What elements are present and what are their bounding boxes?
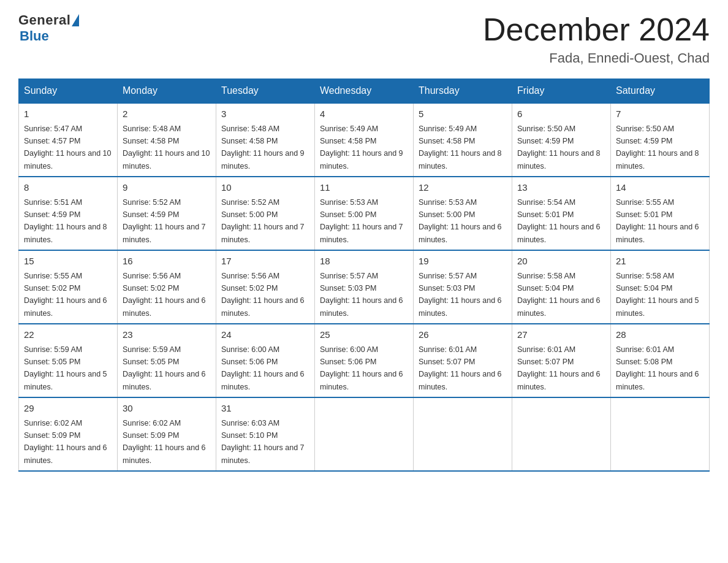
calendar-cell: 1 Sunrise: 5:47 AMSunset: 4:57 PMDayligh… xyxy=(19,103,118,177)
calendar-cell: 7 Sunrise: 5:50 AMSunset: 4:59 PMDayligh… xyxy=(611,103,710,177)
logo-triangle-icon xyxy=(72,14,79,26)
day-info: Sunrise: 5:51 AMSunset: 4:59 PMDaylight:… xyxy=(24,198,107,244)
day-info: Sunrise: 5:58 AMSunset: 5:04 PMDaylight:… xyxy=(517,272,601,318)
calendar-cell: 31 Sunrise: 6:03 AMSunset: 5:10 PMDaylig… xyxy=(216,397,315,471)
calendar-cell: 21 Sunrise: 5:58 AMSunset: 5:04 PMDaylig… xyxy=(611,250,710,324)
calendar-cell: 14 Sunrise: 5:55 AMSunset: 5:01 PMDaylig… xyxy=(611,177,710,250)
day-number: 16 xyxy=(123,255,211,269)
day-number: 4 xyxy=(320,107,408,121)
day-number: 1 xyxy=(24,107,112,121)
calendar-header-row: SundayMondayTuesdayWednesdayThursdayFrid… xyxy=(19,79,710,104)
calendar-cell: 3 Sunrise: 5:48 AMSunset: 4:58 PMDayligh… xyxy=(216,103,315,177)
day-info: Sunrise: 5:53 AMSunset: 5:00 PMDaylight:… xyxy=(320,198,403,244)
day-number: 31 xyxy=(221,402,309,416)
day-info: Sunrise: 6:02 AMSunset: 5:09 PMDaylight:… xyxy=(24,419,107,465)
calendar-cell: 23 Sunrise: 5:59 AMSunset: 5:05 PMDaylig… xyxy=(118,324,216,397)
calendar-cell: 29 Sunrise: 6:02 AMSunset: 5:09 PMDaylig… xyxy=(19,397,118,471)
logo: General Blue xyxy=(18,12,79,44)
day-info: Sunrise: 5:53 AMSunset: 5:00 PMDaylight:… xyxy=(419,198,502,244)
calendar-cell: 15 Sunrise: 5:55 AMSunset: 5:02 PMDaylig… xyxy=(19,250,118,324)
calendar-cell: 28 Sunrise: 6:01 AMSunset: 5:08 PMDaylig… xyxy=(611,324,710,397)
day-info: Sunrise: 5:59 AMSunset: 5:05 PMDaylight:… xyxy=(123,345,206,391)
day-info: Sunrise: 5:49 AMSunset: 4:58 PMDaylight:… xyxy=(419,124,502,170)
calendar-cell: 26 Sunrise: 6:01 AMSunset: 5:07 PMDaylig… xyxy=(414,324,512,397)
calendar-cell: 4 Sunrise: 5:49 AMSunset: 4:58 PMDayligh… xyxy=(315,103,414,177)
day-number: 2 xyxy=(123,107,211,121)
day-info: Sunrise: 6:01 AMSunset: 5:07 PMDaylight:… xyxy=(517,345,601,391)
title-block: December 2024 Fada, Ennedi-Ouest, Chad xyxy=(483,12,710,66)
day-number: 21 xyxy=(616,255,704,269)
col-header-thursday: Thursday xyxy=(414,79,512,104)
day-number: 3 xyxy=(221,107,309,121)
calendar-cell: 6 Sunrise: 5:50 AMSunset: 4:59 PMDayligh… xyxy=(512,103,611,177)
calendar-cell: 22 Sunrise: 5:59 AMSunset: 5:05 PMDaylig… xyxy=(19,324,118,397)
calendar-cell: 16 Sunrise: 5:56 AMSunset: 5:02 PMDaylig… xyxy=(118,250,216,324)
day-number: 11 xyxy=(320,181,408,195)
day-info: Sunrise: 5:54 AMSunset: 5:01 PMDaylight:… xyxy=(517,198,601,244)
week-row-5: 29 Sunrise: 6:02 AMSunset: 5:09 PMDaylig… xyxy=(19,397,710,471)
day-info: Sunrise: 5:55 AMSunset: 5:02 PMDaylight:… xyxy=(24,272,107,318)
day-number: 29 xyxy=(24,402,112,416)
day-number: 15 xyxy=(24,255,112,269)
col-header-friday: Friday xyxy=(512,79,611,104)
calendar-cell: 25 Sunrise: 6:00 AMSunset: 5:06 PMDaylig… xyxy=(315,324,414,397)
day-info: Sunrise: 5:48 AMSunset: 4:58 PMDaylight:… xyxy=(221,124,305,170)
day-number: 22 xyxy=(24,328,112,342)
day-info: Sunrise: 5:55 AMSunset: 5:01 PMDaylight:… xyxy=(616,198,699,244)
day-info: Sunrise: 6:01 AMSunset: 5:07 PMDaylight:… xyxy=(419,345,502,391)
calendar-cell: 17 Sunrise: 5:56 AMSunset: 5:02 PMDaylig… xyxy=(216,250,315,324)
page-header: General Blue December 2024 Fada, Ennedi-… xyxy=(18,12,710,66)
day-info: Sunrise: 5:56 AMSunset: 5:02 PMDaylight:… xyxy=(123,272,206,318)
calendar-cell: 30 Sunrise: 6:02 AMSunset: 5:09 PMDaylig… xyxy=(118,397,216,471)
calendar-cell: 5 Sunrise: 5:49 AMSunset: 4:58 PMDayligh… xyxy=(414,103,512,177)
day-info: Sunrise: 5:57 AMSunset: 5:03 PMDaylight:… xyxy=(419,272,502,318)
day-info: Sunrise: 5:52 AMSunset: 5:00 PMDaylight:… xyxy=(221,198,305,244)
col-header-saturday: Saturday xyxy=(611,79,710,104)
day-info: Sunrise: 5:52 AMSunset: 4:59 PMDaylight:… xyxy=(123,198,206,244)
calendar-cell: 10 Sunrise: 5:52 AMSunset: 5:00 PMDaylig… xyxy=(216,177,315,250)
day-number: 17 xyxy=(221,255,309,269)
calendar-cell: 9 Sunrise: 5:52 AMSunset: 4:59 PMDayligh… xyxy=(118,177,216,250)
col-header-monday: Monday xyxy=(118,79,216,104)
calendar-cell: 20 Sunrise: 5:58 AMSunset: 5:04 PMDaylig… xyxy=(512,250,611,324)
month-title: December 2024 xyxy=(483,12,710,47)
day-number: 13 xyxy=(517,181,605,195)
location-title: Fada, Ennedi-Ouest, Chad xyxy=(483,50,710,66)
calendar-cell xyxy=(414,397,512,471)
day-number: 20 xyxy=(517,255,605,269)
day-number: 19 xyxy=(419,255,507,269)
calendar-cell: 12 Sunrise: 5:53 AMSunset: 5:00 PMDaylig… xyxy=(414,177,512,250)
calendar-cell: 2 Sunrise: 5:48 AMSunset: 4:58 PMDayligh… xyxy=(118,103,216,177)
day-number: 5 xyxy=(419,107,507,121)
day-info: Sunrise: 5:56 AMSunset: 5:02 PMDaylight:… xyxy=(221,272,305,318)
day-info: Sunrise: 5:49 AMSunset: 4:58 PMDaylight:… xyxy=(320,124,403,170)
day-info: Sunrise: 5:50 AMSunset: 4:59 PMDaylight:… xyxy=(517,124,601,170)
day-info: Sunrise: 6:03 AMSunset: 5:10 PMDaylight:… xyxy=(221,419,305,465)
day-number: 30 xyxy=(123,402,211,416)
day-info: Sunrise: 6:01 AMSunset: 5:08 PMDaylight:… xyxy=(616,345,699,391)
calendar-cell: 8 Sunrise: 5:51 AMSunset: 4:59 PMDayligh… xyxy=(19,177,118,250)
week-row-3: 15 Sunrise: 5:55 AMSunset: 5:02 PMDaylig… xyxy=(19,250,710,324)
day-number: 10 xyxy=(221,181,309,195)
calendar-cell: 19 Sunrise: 5:57 AMSunset: 5:03 PMDaylig… xyxy=(414,250,512,324)
day-number: 27 xyxy=(517,328,605,342)
day-number: 7 xyxy=(616,107,704,121)
day-number: 6 xyxy=(517,107,605,121)
calendar-cell xyxy=(611,397,710,471)
week-row-4: 22 Sunrise: 5:59 AMSunset: 5:05 PMDaylig… xyxy=(19,324,710,397)
col-header-tuesday: Tuesday xyxy=(216,79,315,104)
day-info: Sunrise: 6:00 AMSunset: 5:06 PMDaylight:… xyxy=(320,345,403,391)
calendar-table: SundayMondayTuesdayWednesdayThursdayFrid… xyxy=(18,79,710,472)
calendar-cell xyxy=(315,397,414,471)
week-row-2: 8 Sunrise: 5:51 AMSunset: 4:59 PMDayligh… xyxy=(19,177,710,250)
calendar-cell: 13 Sunrise: 5:54 AMSunset: 5:01 PMDaylig… xyxy=(512,177,611,250)
day-number: 8 xyxy=(24,181,112,195)
day-number: 23 xyxy=(123,328,211,342)
calendar-cell: 24 Sunrise: 6:00 AMSunset: 5:06 PMDaylig… xyxy=(216,324,315,397)
day-number: 14 xyxy=(616,181,704,195)
day-info: Sunrise: 6:00 AMSunset: 5:06 PMDaylight:… xyxy=(221,345,305,391)
day-number: 28 xyxy=(616,328,704,342)
day-info: Sunrise: 5:47 AMSunset: 4:57 PMDaylight:… xyxy=(24,124,111,170)
day-number: 18 xyxy=(320,255,408,269)
calendar-cell: 27 Sunrise: 6:01 AMSunset: 5:07 PMDaylig… xyxy=(512,324,611,397)
